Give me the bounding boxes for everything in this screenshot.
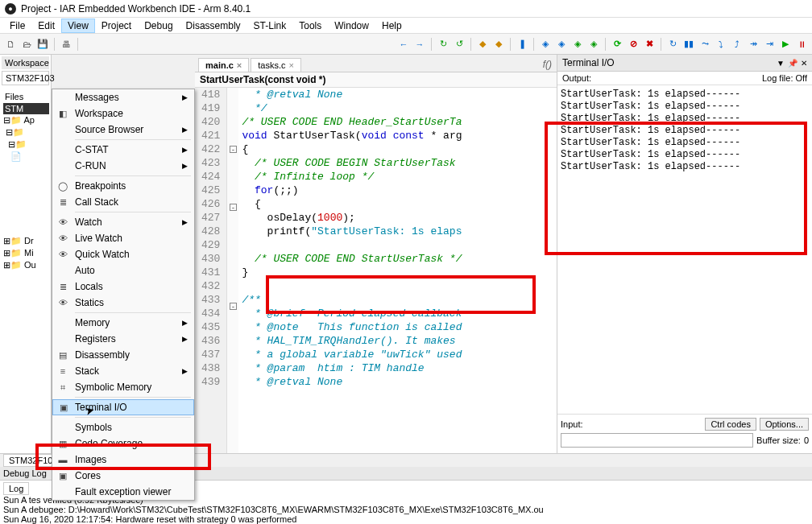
tab-main-c[interactable]: main.c× — [198, 58, 249, 72]
terminal-line: StartUserTask: 1s elapsed------ — [561, 149, 809, 161]
close-icon[interactable]: ✕ — [801, 59, 807, 68]
tb-stop-icon[interactable]: ⊘ — [626, 37, 640, 52]
tree-root: STM — [3, 103, 49, 114]
toolbar: 🗋 🗁 💾 🖶 ← → ↻ ↺ ◆ ◆ ❚ ◈ ◈ ◈ ◈ ⟳ ⊘ ✖ ↻ ▮▮… — [0, 34, 812, 55]
tb-reset-icon[interactable]: ✖ — [642, 37, 657, 52]
tb-step-into-icon[interactable]: ⤵ — [714, 37, 728, 52]
menu-item-messages[interactable]: Messages▶ — [52, 89, 194, 105]
menu-file[interactable]: File — [3, 19, 31, 33]
menu-item-source-browser[interactable]: Source Browser▶ — [52, 122, 194, 138]
tb-go-icon[interactable]: ⟳ — [610, 37, 624, 52]
menu-disassembly[interactable]: Disassembly — [180, 19, 247, 33]
tb-cursor-icon[interactable]: ⇥ — [762, 37, 777, 52]
logfile-label[interactable]: Log file: Off — [762, 73, 807, 83]
menu-item-c-run[interactable]: C-RUN▶ — [52, 158, 194, 174]
close-icon[interactable]: × — [237, 60, 242, 70]
menu-item-locals[interactable]: ≣Locals — [52, 279, 194, 295]
tb-save-icon[interactable]: 💾 — [35, 37, 50, 52]
titlebar: ● Project - IAR Embedded Workbench IDE -… — [0, 0, 812, 18]
menu-project[interactable]: Project — [95, 19, 138, 33]
tb-play-icon[interactable]: ▶ — [778, 37, 793, 52]
menu-item-disassembly[interactable]: ▤Disassembly — [52, 347, 194, 363]
menu-st-link[interactable]: ST-Link — [247, 19, 293, 33]
tb-db4-icon[interactable]: ◈ — [586, 37, 601, 52]
ctrl-codes-button[interactable]: Ctrl codes — [705, 418, 756, 431]
menu-item-workspace[interactable]: ◧Workspace — [52, 105, 194, 122]
tb-step-out-icon[interactable]: ⤴ — [730, 37, 744, 52]
terminal-line: StartUserTask: 1s elapsed------ — [561, 137, 809, 149]
menu-item-watch[interactable]: 👁Watch▶ — [52, 214, 194, 230]
terminal-io-panel: Terminal I/O ▼ 📌 ✕ Output: Log file: Off… — [557, 55, 812, 453]
menu-item-quick-watch[interactable]: 👁Quick Watch — [52, 246, 194, 262]
tb-reload-icon[interactable]: ↻ — [436, 37, 450, 52]
menu-tools[interactable]: Tools — [292, 19, 328, 33]
pin-icon[interactable]: 📌 — [788, 59, 798, 68]
menubar: FileEditViewProjectDebugDisassemblyST-Li… — [0, 18, 812, 34]
terminal-line: StartUserTask: 1s elapsed------ — [561, 89, 809, 101]
buffer-size-value: 0 — [804, 435, 809, 445]
terminal-line: StartUserTask: 1s elapsed------ — [561, 125, 809, 137]
menu-item-auto[interactable]: Auto — [52, 262, 194, 279]
tb-db3-icon[interactable]: ◈ — [570, 37, 585, 52]
terminal-input[interactable] — [561, 433, 753, 448]
terminal-header[interactable]: Terminal I/O ▼ 📌 ✕ — [557, 55, 812, 72]
tb-nav-fwd-icon[interactable]: → — [412, 37, 427, 52]
log-line: Sun A debugee: D:\Howard\Work\STM32\Cube… — [3, 505, 809, 514]
menu-item-memory[interactable]: Memory▶ — [52, 315, 194, 331]
tb-run-to-icon[interactable]: ↠ — [746, 37, 760, 52]
tab-tasks-c[interactable]: tasks.c× — [251, 58, 301, 72]
menu-item-images[interactable]: ▬Images — [52, 452, 194, 468]
output-label: Output: — [562, 73, 591, 83]
workspace-tab[interactable]: Workspace — [2, 56, 49, 69]
tb-new-icon[interactable]: 🗋 — [3, 37, 18, 52]
menu-item-statics[interactable]: 👁Statics — [52, 295, 194, 311]
tb-nav-back-icon[interactable]: ← — [396, 37, 411, 52]
menu-window[interactable]: Window — [328, 19, 375, 33]
menu-item-symbols[interactable]: Symbols — [52, 419, 194, 435]
menu-debug[interactable]: Debug — [138, 19, 179, 33]
close-icon[interactable]: × — [289, 60, 294, 70]
menu-item-cores[interactable]: ▣Cores — [52, 468, 194, 484]
tb-restart-icon[interactable]: ↻ — [665, 37, 680, 52]
workspace-panel: Workspace STM32F103 Files STM ⊟📁 Ap ⊟📁 ⊟… — [0, 55, 52, 453]
workspace-config[interactable]: STM32F103 — [2, 71, 49, 85]
view-dropdown: Messages▶◧WorkspaceSource Browser▶C-STAT… — [52, 89, 195, 501]
terminal-output: StartUserTask: 1s elapsed------StartUser… — [557, 85, 812, 414]
editor-area: main.c× tasks.c× f() StartUserTask(const… — [195, 55, 557, 453]
menu-item-terminal-i-o[interactable]: ▣Terminal I/O — [52, 399, 194, 415]
menu-item-registers[interactable]: Registers▶ — [52, 331, 194, 347]
tb-marker-icon[interactable]: ❚ — [515, 37, 529, 52]
terminal-line: StartUserTask: 1s elapsed------ — [561, 101, 809, 113]
tb-step-over-icon[interactable]: ⤳ — [698, 37, 712, 52]
menu-help[interactable]: Help — [375, 19, 408, 33]
menu-edit[interactable]: Edit — [31, 19, 61, 33]
menu-view[interactable]: View — [61, 19, 95, 33]
log-tab[interactable]: Log — [3, 482, 29, 495]
tb-halt-icon[interactable]: ⏸ — [794, 37, 809, 52]
tb-refresh-icon[interactable]: ↺ — [452, 37, 466, 52]
tb-db1-icon[interactable]: ◈ — [538, 37, 553, 52]
tb-db2-icon[interactable]: ◈ — [554, 37, 569, 52]
tb-bp2-icon[interactable]: ◆ — [491, 37, 506, 52]
menu-item-stack[interactable]: ≡Stack▶ — [52, 363, 194, 379]
menu-item-call-stack[interactable]: ≣Call Stack — [52, 194, 194, 210]
options-button[interactable]: Options... — [760, 418, 809, 431]
menu-item-c-stat[interactable]: C-STAT▶ — [52, 142, 194, 158]
dropdown-icon[interactable]: ▼ — [777, 59, 785, 68]
app-icon: ● — [5, 3, 16, 14]
project-tree[interactable]: STM ⊟📁 Ap ⊟📁 ⊟📁 📄 ⊞📁 Dr ⊞📁 Mi ⊞📁 Ou — [2, 103, 49, 271]
menu-item-breakpoints[interactable]: ◯Breakpoints — [52, 178, 194, 194]
fx-icon[interactable]: f() — [538, 57, 557, 72]
tb-bp1-icon[interactable]: ◆ — [475, 37, 490, 52]
tb-print-icon[interactable]: 🖶 — [59, 37, 73, 52]
menu-item-live-watch[interactable]: 👁Live Watch — [52, 230, 194, 246]
menu-item-symbolic-memory[interactable]: ⌗Symbolic Memory — [52, 379, 194, 395]
code-editor[interactable]: 4184194204214224234244254264274284294304… — [195, 88, 557, 453]
tb-open-icon[interactable]: 🗁 — [19, 37, 34, 52]
menu-item-code-coverage[interactable]: ▦Code Coverage — [52, 435, 194, 452]
tb-break-icon[interactable]: ▮▮ — [682, 37, 696, 52]
function-bar: StartUserTask(const void *) — [195, 72, 557, 88]
terminal-line: StartUserTask: 1s elapsed------ — [561, 113, 809, 125]
menu-item-fault-exception-viewer[interactable]: Fault exception viewer — [52, 484, 194, 500]
window-title: Project - IAR Embedded Workbench IDE - A… — [21, 3, 251, 14]
